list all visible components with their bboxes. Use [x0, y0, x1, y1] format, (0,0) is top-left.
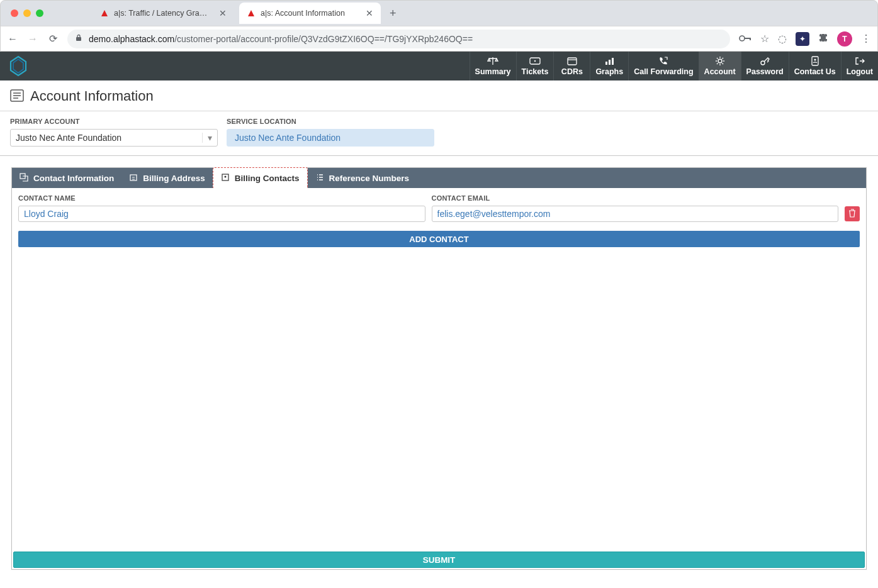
svg-point-24	[224, 175, 226, 177]
maximize-window-icon[interactable]	[36, 9, 43, 17]
contact-row: CONTACT NAME CONTACT EMAIL	[18, 194, 860, 222]
panel-body: CONTACT NAME CONTACT EMAIL ADD CONTACT	[12, 188, 866, 550]
app-header: Summary Tickets CDRs Graphs Call Forward…	[0, 52, 878, 80]
nav-cdrs[interactable]: CDRs	[553, 52, 590, 80]
svg-rect-12	[612, 58, 614, 65]
svg-point-7	[534, 60, 536, 62]
phone-icon	[658, 56, 668, 66]
window-controls	[11, 9, 43, 17]
key-icon[interactable]	[739, 33, 751, 45]
new-tab-button[interactable]: +	[386, 7, 400, 20]
brand-logo[interactable]	[0, 52, 37, 80]
favicon-icon	[100, 9, 109, 18]
favicon-icon	[247, 9, 256, 18]
tabstrip: a|s: Traffic / Latency Graphs ✕ a|s: Acc…	[1, 1, 877, 26]
close-tab-icon[interactable]: ✕	[366, 8, 373, 18]
nav-account[interactable]: Account	[699, 52, 741, 80]
nav-password[interactable]: Password	[741, 52, 789, 80]
extensions-menu-icon[interactable]	[818, 33, 828, 45]
profile-avatar[interactable]: T	[837, 31, 852, 47]
form-icon	[10, 89, 24, 104]
contact-name-input[interactable]	[18, 206, 425, 222]
contact-email-input[interactable]	[432, 206, 839, 222]
nav-tickets[interactable]: Tickets	[516, 52, 554, 80]
add-contact-button[interactable]: ADD CONTACT	[18, 231, 860, 247]
chevron-down-icon: ▾	[202, 133, 212, 143]
service-location-label: SERVICE LOCATION	[227, 118, 434, 125]
ticket-icon	[529, 56, 541, 66]
submit-button[interactable]: SUBMIT	[13, 552, 865, 568]
nav-logout[interactable]: Logout	[841, 52, 878, 80]
tab-reference-numbers[interactable]: Reference Numbers	[308, 168, 417, 188]
address-icon	[129, 173, 138, 184]
browser-tab-title: a|s: Account Information	[261, 9, 358, 18]
address-bar[interactable]: demo.alphastack.com/customer-portal/acco…	[67, 30, 730, 48]
svg-marker-5	[13, 59, 23, 73]
filter-row: PRIMARY ACCOUNT Justo Nec Ante Foundatio…	[0, 111, 878, 156]
svg-rect-8	[568, 58, 577, 65]
lock-icon	[75, 34, 82, 43]
content-panel: Contact Information Billing Address Bill…	[11, 167, 867, 570]
contact-icon	[811, 56, 819, 66]
minimize-window-icon[interactable]	[23, 9, 31, 17]
url-bar: ← → ⟳ demo.alphastack.com/customer-porta…	[1, 26, 877, 51]
kebab-menu-icon[interactable]: ⋮	[861, 33, 871, 45]
forward-icon[interactable]: →	[27, 33, 38, 45]
extension-icon[interactable]: ◌	[778, 33, 787, 45]
gear-icon	[715, 56, 725, 66]
calendar-icon	[567, 56, 577, 66]
close-tab-icon[interactable]: ✕	[219, 8, 227, 18]
back-icon[interactable]: ←	[7, 33, 18, 45]
contacts-icon	[221, 173, 230, 184]
page-title-bar: Account Information	[0, 80, 878, 111]
tab-contact-information[interactable]: Contact Information	[12, 168, 121, 188]
nav-contact-us[interactable]: Contact Us	[789, 52, 841, 80]
svg-point-16	[814, 58, 816, 60]
svg-rect-3	[750, 38, 751, 40]
primary-account-select[interactable]: Justo Nec Ante Foundation ▾	[10, 129, 218, 147]
nav-summary[interactable]: Summary	[470, 52, 516, 80]
browser-tab-title: a|s: Traffic / Latency Graphs	[114, 9, 211, 18]
panel-tabs: Contact Information Billing Address Bill…	[12, 168, 866, 188]
balance-icon	[487, 56, 498, 66]
chrome-actions: ☆ ◌ ✦ T ⋮	[739, 31, 871, 47]
delete-contact-button[interactable]	[845, 206, 860, 221]
logout-icon	[855, 56, 865, 66]
svg-point-1	[740, 36, 745, 41]
key-icon	[760, 56, 770, 66]
link-icon	[20, 173, 28, 184]
browser-tab[interactable]: a|s: Traffic / Latency Graphs ✕	[93, 3, 234, 24]
browser-tab[interactable]: a|s: Account Information ✕	[239, 3, 381, 24]
primary-account-label: PRIMARY ACCOUNT	[10, 118, 218, 125]
svg-rect-0	[76, 37, 81, 41]
contact-email-label: CONTACT EMAIL	[432, 194, 839, 202]
trash-icon	[848, 209, 856, 219]
browser-chrome: a|s: Traffic / Latency Graphs ✕ a|s: Acc…	[0, 0, 878, 52]
reload-icon[interactable]: ⟳	[47, 33, 59, 45]
contact-name-label: CONTACT NAME	[18, 194, 425, 202]
service-location-chip[interactable]: Justo Nec Ante Foundation	[227, 129, 434, 147]
list-icon	[315, 173, 324, 184]
chart-icon	[604, 56, 614, 66]
tab-billing-address[interactable]: Billing Address	[121, 168, 213, 188]
page-title: Account Information	[30, 88, 154, 104]
extension-badge-icon[interactable]: ✦	[796, 32, 809, 46]
url-text: demo.alphastack.com/customer-portal/acco…	[89, 34, 473, 44]
nav-call-forwarding[interactable]: Call Forwarding	[628, 52, 698, 80]
tab-billing-contacts[interactable]: Billing Contacts	[213, 167, 308, 188]
star-icon[interactable]: ☆	[760, 33, 769, 45]
svg-point-13	[718, 59, 722, 63]
close-window-icon[interactable]	[11, 9, 18, 17]
svg-rect-10	[605, 62, 607, 65]
svg-rect-11	[609, 60, 611, 65]
svg-rect-15	[812, 57, 818, 65]
nav-graphs[interactable]: Graphs	[590, 52, 628, 80]
